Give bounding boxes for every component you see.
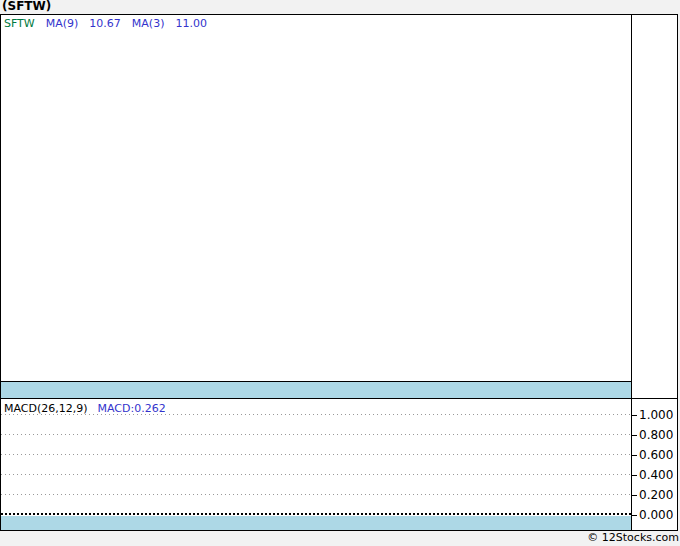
axis-row: 0.200	[632, 488, 673, 502]
price-plot-area[interactable]: SFTWMA(9)10.67MA(3)11.00	[1, 15, 631, 382]
axis-tick-label: 0.800	[637, 428, 673, 442]
price-legend: SFTWMA(9)10.67MA(3)11.00	[4, 18, 218, 30]
axis-row: 0.800	[632, 428, 673, 442]
chart-frame: SFTWMA(9)10.67MA(3)11.00 MACD(26,12,9)MA…	[0, 14, 678, 531]
axis-tick-label: 1.000	[637, 408, 673, 422]
axis-tick-label: 0.200	[637, 488, 673, 502]
gridline-1.000	[1, 414, 631, 415]
axis-row: 0.400	[632, 468, 673, 482]
ma3-label: MA(3)	[132, 17, 165, 30]
axis-tick-label: 0.000	[637, 508, 673, 522]
macd-plot-area[interactable]: MACD(26,12,9)MACD:0.262	[1, 399, 631, 516]
gridline-zero	[1, 513, 631, 515]
date-axis-band-top	[1, 382, 631, 398]
gridline-0.800	[1, 434, 631, 435]
ma3-value: 11.00	[175, 17, 207, 30]
ma9-value: 10.67	[89, 17, 121, 30]
stock-chart-page: (SFTW) SFTWMA(9)10.67MA(3)11.00 MACD(26,…	[0, 0, 680, 546]
axis-divider-line	[631, 15, 632, 530]
axis-row: 1.000	[632, 408, 673, 422]
gridline-0.200	[1, 494, 631, 495]
axis-tick-label: 0.400	[637, 468, 673, 482]
gridline-0.600	[1, 454, 631, 455]
copyright-text: © 12Stocks.com	[587, 531, 679, 545]
axis-row: 0.600	[632, 448, 673, 462]
axis-tick-label: 0.600	[637, 448, 673, 462]
page-title: (SFTW)	[2, 0, 51, 13]
axis-row: 0.000	[632, 508, 673, 522]
ticker-symbol-label: SFTW	[4, 17, 35, 30]
ma9-label: MA(9)	[46, 17, 79, 30]
gridline-0.400	[1, 474, 631, 475]
macd-y-axis: 1.000 0.800 0.600 0.400 0.200 0.000	[632, 15, 678, 530]
date-axis-band-bottom	[1, 516, 631, 530]
